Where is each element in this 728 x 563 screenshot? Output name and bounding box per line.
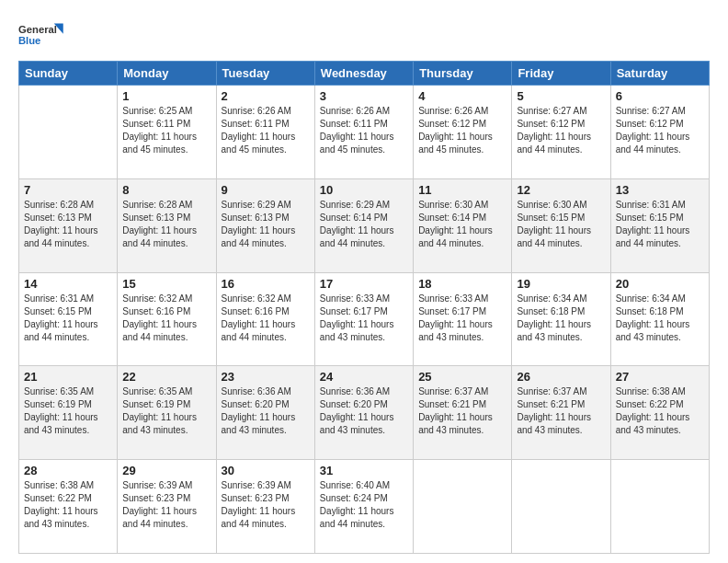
calendar-cell: 18Sunrise: 6:33 AM Sunset: 6:17 PM Dayli…	[414, 272, 512, 366]
calendar-cell: 27Sunrise: 6:38 AM Sunset: 6:22 PM Dayli…	[610, 366, 709, 460]
header-friday: Friday	[512, 62, 610, 86]
day-info: Sunrise: 6:38 AM Sunset: 6:22 PM Dayligh…	[24, 479, 112, 531]
day-info: Sunrise: 6:28 AM Sunset: 6:13 PM Dayligh…	[122, 199, 210, 250]
calendar-cell	[610, 460, 709, 554]
week-row-4: 21Sunrise: 6:35 AM Sunset: 6:19 PM Dayli…	[19, 366, 710, 460]
day-number: 17	[320, 277, 408, 291]
header-wednesday: Wednesday	[314, 62, 413, 86]
day-info: Sunrise: 6:26 AM Sunset: 6:11 PM Dayligh…	[320, 105, 408, 156]
calendar-cell: 1Sunrise: 6:25 AM Sunset: 6:11 PM Daylig…	[118, 86, 216, 179]
header: General Blue	[18, 17, 710, 53]
day-info: Sunrise: 6:39 AM Sunset: 6:23 PM Dayligh…	[222, 479, 310, 531]
day-number: 25	[418, 370, 506, 384]
day-number: 11	[418, 183, 506, 197]
day-number: 20	[616, 277, 704, 291]
calendar-table: SundayMondayTuesdayWednesdayThursdayFrid…	[18, 61, 710, 554]
calendar-cell: 17Sunrise: 6:33 AM Sunset: 6:17 PM Dayli…	[314, 272, 413, 366]
day-number: 26	[517, 370, 605, 384]
day-number: 2	[222, 89, 310, 103]
calendar-cell: 23Sunrise: 6:36 AM Sunset: 6:20 PM Dayli…	[216, 366, 314, 460]
header-saturday: Saturday	[610, 62, 709, 86]
day-number: 16	[222, 277, 310, 291]
calendar-cell: 21Sunrise: 6:35 AM Sunset: 6:19 PM Dayli…	[19, 366, 118, 460]
day-info: Sunrise: 6:31 AM Sunset: 6:15 PM Dayligh…	[24, 293, 112, 344]
day-info: Sunrise: 6:37 AM Sunset: 6:21 PM Dayligh…	[517, 385, 605, 437]
day-info: Sunrise: 6:27 AM Sunset: 6:12 PM Dayligh…	[616, 105, 704, 156]
calendar-cell: 8Sunrise: 6:28 AM Sunset: 6:13 PM Daylig…	[118, 178, 216, 272]
day-number: 3	[320, 89, 408, 103]
calendar-cell: 3Sunrise: 6:26 AM Sunset: 6:11 PM Daylig…	[314, 86, 413, 179]
day-number: 14	[24, 277, 112, 291]
calendar-cell: 14Sunrise: 6:31 AM Sunset: 6:15 PM Dayli…	[19, 272, 118, 366]
day-number: 22	[122, 370, 210, 384]
calendar-cell: 12Sunrise: 6:30 AM Sunset: 6:15 PM Dayli…	[512, 178, 610, 272]
day-info: Sunrise: 6:26 AM Sunset: 6:11 PM Dayligh…	[222, 105, 310, 156]
day-number: 18	[418, 277, 506, 291]
calendar-cell: 11Sunrise: 6:30 AM Sunset: 6:14 PM Dayli…	[414, 178, 512, 272]
day-number: 31	[320, 464, 408, 477]
calendar-cell: 29Sunrise: 6:39 AM Sunset: 6:23 PM Dayli…	[118, 460, 216, 554]
calendar-cell	[512, 460, 610, 554]
day-number: 1	[122, 89, 210, 103]
day-number: 8	[122, 183, 210, 197]
day-number: 5	[517, 89, 605, 103]
day-number: 27	[616, 370, 704, 384]
day-number: 7	[24, 183, 112, 197]
logo-svg: General Blue	[18, 17, 64, 53]
day-info: Sunrise: 6:31 AM Sunset: 6:15 PM Dayligh…	[616, 199, 704, 250]
calendar-cell: 26Sunrise: 6:37 AM Sunset: 6:21 PM Dayli…	[512, 366, 610, 460]
day-info: Sunrise: 6:34 AM Sunset: 6:18 PM Dayligh…	[517, 293, 605, 344]
day-number: 15	[122, 277, 210, 291]
day-info: Sunrise: 6:33 AM Sunset: 6:17 PM Dayligh…	[320, 293, 408, 344]
calendar-cell: 25Sunrise: 6:37 AM Sunset: 6:21 PM Dayli…	[414, 366, 512, 460]
day-info: Sunrise: 6:39 AM Sunset: 6:23 PM Dayligh…	[122, 479, 210, 531]
svg-text:Blue: Blue	[18, 35, 40, 46]
calendar-cell: 6Sunrise: 6:27 AM Sunset: 6:12 PM Daylig…	[610, 86, 709, 179]
day-info: Sunrise: 6:33 AM Sunset: 6:17 PM Dayligh…	[418, 293, 506, 344]
calendar-cell: 15Sunrise: 6:32 AM Sunset: 6:16 PM Dayli…	[118, 272, 216, 366]
calendar-page: General Blue SundayMondayTuesdayWednesda…	[0, 0, 728, 563]
logo: General Blue	[18, 17, 64, 53]
day-number: 12	[517, 183, 605, 197]
header-tuesday: Tuesday	[216, 62, 314, 86]
calendar-cell: 28Sunrise: 6:38 AM Sunset: 6:22 PM Dayli…	[19, 460, 118, 554]
day-info: Sunrise: 6:26 AM Sunset: 6:12 PM Dayligh…	[418, 105, 506, 156]
day-number: 4	[418, 89, 506, 103]
week-row-3: 14Sunrise: 6:31 AM Sunset: 6:15 PM Dayli…	[19, 272, 710, 366]
calendar-cell: 13Sunrise: 6:31 AM Sunset: 6:15 PM Dayli…	[610, 178, 709, 272]
day-info: Sunrise: 6:30 AM Sunset: 6:14 PM Dayligh…	[418, 199, 506, 250]
day-info: Sunrise: 6:37 AM Sunset: 6:21 PM Dayligh…	[418, 385, 506, 437]
calendar-cell: 19Sunrise: 6:34 AM Sunset: 6:18 PM Dayli…	[512, 272, 610, 366]
calendar-cell	[19, 86, 118, 179]
day-number: 10	[320, 183, 408, 197]
day-info: Sunrise: 6:32 AM Sunset: 6:16 PM Dayligh…	[122, 293, 210, 344]
calendar-cell: 10Sunrise: 6:29 AM Sunset: 6:14 PM Dayli…	[314, 178, 413, 272]
calendar-cell: 7Sunrise: 6:28 AM Sunset: 6:13 PM Daylig…	[19, 178, 118, 272]
day-number: 28	[24, 464, 112, 477]
day-info: Sunrise: 6:27 AM Sunset: 6:12 PM Dayligh…	[517, 105, 605, 156]
day-number: 13	[616, 183, 704, 197]
week-row-5: 28Sunrise: 6:38 AM Sunset: 6:22 PM Dayli…	[19, 460, 710, 554]
week-row-1: 1Sunrise: 6:25 AM Sunset: 6:11 PM Daylig…	[19, 86, 710, 179]
day-info: Sunrise: 6:25 AM Sunset: 6:11 PM Dayligh…	[122, 105, 210, 156]
day-info: Sunrise: 6:40 AM Sunset: 6:24 PM Dayligh…	[320, 479, 408, 531]
day-number: 30	[222, 464, 310, 477]
day-info: Sunrise: 6:35 AM Sunset: 6:19 PM Dayligh…	[122, 385, 210, 437]
day-info: Sunrise: 6:38 AM Sunset: 6:22 PM Dayligh…	[616, 385, 704, 437]
calendar-cell: 30Sunrise: 6:39 AM Sunset: 6:23 PM Dayli…	[216, 460, 314, 554]
calendar-cell: 24Sunrise: 6:36 AM Sunset: 6:20 PM Dayli…	[314, 366, 413, 460]
calendar-cell	[414, 460, 512, 554]
day-info: Sunrise: 6:32 AM Sunset: 6:16 PM Dayligh…	[222, 293, 310, 344]
day-info: Sunrise: 6:34 AM Sunset: 6:18 PM Dayligh…	[616, 293, 704, 344]
header-monday: Monday	[118, 62, 216, 86]
day-info: Sunrise: 6:36 AM Sunset: 6:20 PM Dayligh…	[222, 385, 310, 437]
day-info: Sunrise: 6:30 AM Sunset: 6:15 PM Dayligh…	[517, 199, 605, 250]
day-number: 29	[122, 464, 210, 477]
day-number: 19	[517, 277, 605, 291]
calendar-cell: 2Sunrise: 6:26 AM Sunset: 6:11 PM Daylig…	[216, 86, 314, 179]
day-info: Sunrise: 6:29 AM Sunset: 6:13 PM Dayligh…	[222, 199, 310, 250]
day-number: 23	[222, 370, 310, 384]
day-number: 6	[616, 89, 704, 103]
calendar-cell: 9Sunrise: 6:29 AM Sunset: 6:13 PM Daylig…	[216, 178, 314, 272]
header-thursday: Thursday	[414, 62, 512, 86]
